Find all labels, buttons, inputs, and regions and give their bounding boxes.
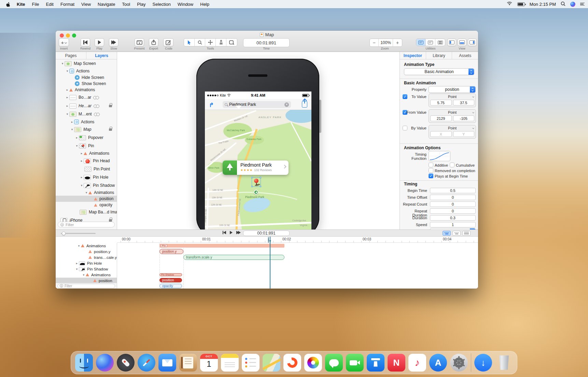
dock-contacts-icon[interactable] (179, 354, 197, 372)
menu-item-help[interactable]: Help (197, 2, 213, 7)
to-value-x-field[interactable]: 5.75 (430, 100, 452, 106)
repeat-duration-field[interactable]: 0 (430, 208, 476, 214)
insert-button[interactable]: + (59, 38, 69, 46)
menu-item-play[interactable]: Play (134, 2, 149, 7)
layer-row-map-bg-image[interactable]: Map Ba…d Image (56, 208, 117, 216)
menu-item-window[interactable]: Window (174, 2, 197, 7)
toggle-left-sidebar-button[interactable] (447, 39, 456, 46)
playhead[interactable] (270, 237, 270, 289)
share-icon[interactable] (302, 101, 307, 108)
from-value-y-field[interactable]: -105 (453, 115, 475, 121)
dock-launchpad-icon[interactable] (117, 354, 135, 372)
layer-row-header-bar[interactable]: ▸He…ar (56, 102, 117, 110)
dock-maps-icon[interactable] (263, 354, 280, 372)
layer-row-opacity[interactable]: opacity (56, 202, 117, 208)
timeline-row-shadow-animations[interactable]: ▾Animations (56, 272, 117, 278)
timeline-ruler[interactable]: 00:00 00:01 00:02 00:03 00:04 (117, 237, 478, 243)
play-button[interactable] (95, 38, 104, 46)
speed-field[interactable]: 1 (430, 222, 476, 227)
track-bar-opacity[interactable]: opacity (159, 284, 182, 288)
spotlight-search-icon[interactable] (561, 1, 565, 7)
map-pin[interactable] (254, 179, 258, 183)
dock-photos-icon[interactable] (304, 354, 322, 372)
canvas[interactable]: Kite 9:41 AM ↱ Piedmont Park ✕ (117, 52, 400, 229)
siri-icon[interactable] (570, 2, 575, 7)
menu-item-view[interactable]: View (78, 2, 94, 7)
map-callout[interactable]: Piedmont Park ★★★★132 Reviews (223, 160, 289, 175)
additive-checkbox[interactable] (429, 163, 433, 167)
wifi-icon[interactable] (506, 1, 513, 7)
zoom-tool-button[interactable] (195, 39, 205, 46)
tab-assets[interactable]: Assets (452, 52, 478, 59)
layer-row-pin-hole[interactable]: ▸Pin Hole (56, 173, 117, 181)
begin-time-field[interactable]: 0.5 (430, 188, 476, 193)
tab-inspector[interactable]: Inspector (400, 52, 426, 59)
dock-notes-icon[interactable] (221, 354, 239, 372)
timeline-row-position-y[interactable]: position.y (56, 249, 117, 254)
timeline-tracks[interactable]: Pin position.y transform.scale.y Pin Sha… (117, 243, 478, 289)
timeline-view-toggle-1[interactable] (443, 231, 451, 236)
property-dropdown[interactable]: position (429, 86, 476, 93)
layer-row-animations[interactable]: ▸Animations (56, 87, 117, 93)
dock-trash-icon[interactable] (495, 354, 513, 372)
dock-keynote-icon[interactable] (367, 354, 384, 372)
rewind-button[interactable] (81, 38, 90, 46)
track-bar-position-y[interactable]: position.y (159, 249, 183, 254)
present-button[interactable] (135, 38, 144, 46)
layer-row-shadow-animations[interactable]: ▾Animations (56, 190, 117, 196)
zoom-out-button[interactable]: − (370, 39, 379, 46)
timeline-row-pin-hole[interactable]: ▸Pin Hole (56, 260, 117, 266)
select-tool-button[interactable] (184, 39, 195, 46)
layer-row-popover[interactable]: ▸Popover (56, 134, 117, 142)
dock-mail-icon[interactable] (158, 354, 176, 372)
toggle-right-sidebar-button[interactable] (468, 39, 477, 46)
layer-row-map[interactable]: ▾Map (56, 125, 117, 134)
map-search-field[interactable]: Piedmont Park ✕ (223, 101, 291, 108)
track-bar-pin-group[interactable]: Pin (159, 244, 284, 248)
dock-reminders-icon[interactable] (242, 354, 260, 372)
menu-item-selection[interactable]: Selection (149, 2, 174, 7)
layer-row-pin[interactable]: ▾Pin (56, 142, 117, 150)
timeline-filter-field[interactable]: Filter (57, 284, 115, 288)
park-marker-icon[interactable] (254, 190, 258, 195)
menu-item-file[interactable]: File (29, 2, 43, 7)
canvas-scrollbar[interactable] (319, 100, 321, 133)
clear-search-icon[interactable]: ✕ (284, 102, 289, 107)
battery-icon[interactable] (517, 2, 525, 6)
code-button[interactable] (163, 38, 173, 46)
timeline-rewind-button[interactable] (223, 231, 226, 234)
dock-facetime-icon[interactable] (346, 354, 364, 372)
plays-at-begin-time-checkbox[interactable]: ✓ (429, 173, 433, 178)
notification-center-icon[interactable] (580, 3, 585, 6)
to-value-type-dropdown[interactable]: Point (429, 94, 476, 99)
to-value-y-field[interactable]: 37.5 (453, 100, 475, 106)
slider-knob[interactable] (62, 232, 66, 235)
artboard-tool-button[interactable] (226, 39, 237, 46)
from-value-type-dropdown[interactable]: Point (429, 110, 476, 115)
timeline-row-animations[interactable]: ▾Animations (56, 243, 117, 249)
menu-app-name[interactable]: Kite (13, 2, 29, 7)
cumulative-checkbox[interactable] (450, 163, 454, 167)
menu-item-format[interactable]: Format (57, 2, 78, 7)
apple-menu-icon[interactable] (5, 2, 10, 7)
dock-finder-icon[interactable] (75, 354, 93, 372)
by-value-type-dropdown[interactable]: Point (429, 125, 476, 130)
track-bar-pin-shadow-group[interactable]: Pin Shadow (159, 273, 182, 276)
layer-row-pin-head[interactable]: ▸Pin Head (56, 157, 117, 165)
duration-field[interactable]: 0.3 (430, 215, 476, 221)
dock-music-icon[interactable]: ♪ (408, 354, 426, 372)
track-bar-transform-scale-y[interactable]: transform.scale.y (183, 255, 284, 260)
dock-kite-icon[interactable] (283, 354, 301, 372)
inspector-panel-toggle[interactable] (416, 39, 426, 46)
layer-row-map-content[interactable]: ▾M…ent (56, 110, 117, 118)
to-value-checkbox[interactable]: ✓ (403, 94, 407, 99)
animation-type-dropdown[interactable]: Basic Animation (404, 68, 474, 75)
dock-calendar-icon[interactable]: OCT 1 (200, 354, 218, 372)
timeline-row-pin-shadow[interactable]: ▾Pin Shadow (56, 266, 117, 272)
layer-row-map-screen[interactable]: ▾Map Screen (56, 59, 117, 68)
track-bar-position[interactable]: position (159, 278, 182, 282)
timeline-zoom-slider[interactable] (61, 233, 96, 234)
zoom-in-button[interactable]: + (393, 39, 402, 46)
dock-safari-icon[interactable] (138, 354, 155, 372)
pin-tool-button[interactable] (216, 39, 226, 46)
